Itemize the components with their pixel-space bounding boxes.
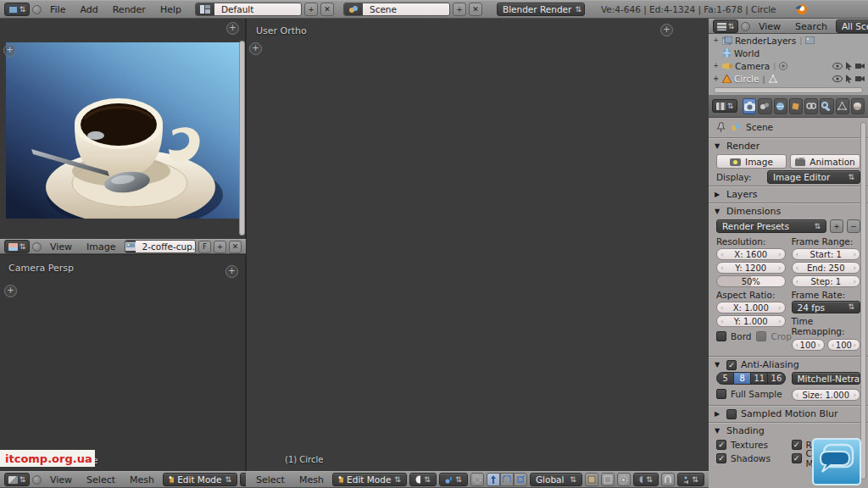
layers-widget[interactable] xyxy=(585,473,598,486)
delete-layout-button[interactable]: ✕ xyxy=(320,3,334,16)
full-sample-checkbox[interactable] xyxy=(716,389,726,399)
tab-modifiers[interactable] xyxy=(820,98,833,114)
screen-layout-selector[interactable]: Default xyxy=(195,3,302,16)
antialiasing-panel-header[interactable]: ▼✓ Anti-Aliasing xyxy=(709,358,868,372)
aspect-y-field[interactable]: ‹Y: 1.000› xyxy=(716,315,786,327)
render-engine-dropdown[interactable]: Blender Render⇅ xyxy=(497,3,585,16)
new-scene-button[interactable]: + xyxy=(453,3,466,16)
scene-selector[interactable]: Scene xyxy=(343,3,450,16)
remap-old-field[interactable]: ‹100› xyxy=(792,339,825,351)
properties-scrollbar[interactable] xyxy=(860,122,866,480)
translate-manipulator-toggle[interactable] xyxy=(487,473,500,486)
preview-corner-widget[interactable]: + xyxy=(4,285,17,297)
frame-end-field[interactable]: ‹End: 250› xyxy=(792,262,861,274)
menu-file[interactable]: File xyxy=(44,4,71,15)
tab-object-data[interactable] xyxy=(836,98,849,114)
aa-samples-5[interactable]: 5 xyxy=(716,372,734,385)
image-filename[interactable]: 2-coffe-cup.jpg xyxy=(136,241,196,252)
aa-samples-16[interactable]: 16 xyxy=(768,372,785,385)
image-collapse-menus-button[interactable] xyxy=(32,242,42,252)
preview-menu-view[interactable]: View xyxy=(44,474,78,485)
fake-user-button[interactable]: F xyxy=(198,241,211,253)
antialiasing-checkbox[interactable]: ✓ xyxy=(726,360,737,370)
tab-object[interactable] xyxy=(789,98,803,114)
screen-layout-name[interactable]: Default xyxy=(214,3,301,15)
viewport-corner-widget-right[interactable]: + xyxy=(660,24,673,36)
tab-scene[interactable] xyxy=(758,98,771,114)
new-layout-button[interactable]: + xyxy=(304,3,318,16)
pin-icon[interactable] xyxy=(716,122,726,132)
frame-rate-dropdown[interactable]: 24 fps⇅ xyxy=(792,301,861,313)
vp-mode-dropdown[interactable]: Edit Mode⇅ xyxy=(332,473,407,486)
delete-scene-button[interactable]: ✕ xyxy=(469,3,482,16)
add-preset-button[interactable]: + xyxy=(830,219,843,233)
remove-preset-button[interactable]: − xyxy=(847,219,860,233)
aspect-x-field[interactable]: ‹X: 1.000› xyxy=(716,302,786,313)
rotate-manipulator-toggle[interactable] xyxy=(500,473,514,486)
editor-type-image-dropdown[interactable]: ⇅ xyxy=(4,240,30,253)
frame-start-field[interactable]: ‹Start: 1› xyxy=(792,248,861,260)
snap-element-dropdown[interactable]: ⇅ xyxy=(677,473,704,486)
aa-size-field[interactable]: ‹Size: 1.000› xyxy=(792,389,861,401)
editor-type-outliner-dropdown[interactable]: ⇅ xyxy=(713,19,738,33)
vp-shading-dropdown[interactable]: ⇅ xyxy=(409,473,437,486)
motion-blur-panel-header[interactable]: ▶ Sampled Motion Blur xyxy=(709,407,868,421)
image-editor-scrollbar[interactable] xyxy=(239,41,245,236)
snap-mode-dropdown[interactable]: ⇅ xyxy=(633,473,659,486)
outliner-menu-search[interactable]: Search xyxy=(789,21,833,32)
render-presets-dropdown[interactable]: Render Presets⇅ xyxy=(716,219,826,233)
preview-collapse-menus-button[interactable] xyxy=(32,475,42,485)
scene-name[interactable]: Scene xyxy=(363,3,449,15)
shadows-checkbox[interactable]: ✓ xyxy=(716,453,726,463)
image-menu-view[interactable]: View xyxy=(44,241,78,252)
preview-menu-mesh[interactable]: Mesh xyxy=(124,474,160,485)
ray-tracing-checkbox[interactable]: ✓ xyxy=(792,440,802,450)
shading-panel-header[interactable]: ▼Shading xyxy=(709,424,868,438)
editor-type-properties-dropdown[interactable]: ⇅ xyxy=(712,99,737,113)
pivot-point-dropdown[interactable]: ⇅ xyxy=(439,473,468,486)
expand-icon[interactable]: + xyxy=(712,62,720,69)
motion-blur-checkbox[interactable] xyxy=(726,409,737,419)
crop-checkbox-row[interactable]: Crop xyxy=(756,330,792,343)
orientation-dropdown[interactable]: Global⇅ xyxy=(530,473,582,486)
color-management-checkbox[interactable]: ✓ xyxy=(792,453,802,463)
aa-samples-8[interactable]: 8 xyxy=(734,372,751,385)
snap-toggle[interactable] xyxy=(661,473,675,486)
outliner-item-renderlayers[interactable]: + RenderLayers| xyxy=(709,34,868,47)
outliner-item-world[interactable]: World xyxy=(709,47,868,59)
viewport-corner-widget[interactable]: + xyxy=(249,42,262,55)
textures-checkbox[interactable]: ✓ xyxy=(716,440,726,450)
viewport-canvas[interactable] xyxy=(246,19,709,471)
vp-menu-mesh[interactable]: Mesh xyxy=(293,474,330,485)
resolution-percentage-slider[interactable]: 50% xyxy=(716,275,786,287)
visibility-eye-icon[interactable] xyxy=(832,63,843,69)
scale-manipulator-toggle[interactable] xyxy=(514,473,527,486)
resolution-x-field[interactable]: ‹X: 1600› xyxy=(716,248,786,260)
tab-render[interactable] xyxy=(743,98,756,114)
resolution-y-field[interactable]: ‹Y: 1200› xyxy=(716,262,786,274)
tab-world[interactable] xyxy=(774,98,787,114)
menu-add[interactable]: Add xyxy=(74,4,103,15)
visibility-eye-icon[interactable] xyxy=(832,75,843,82)
image-region-corner-widget-right[interactable]: + xyxy=(226,22,239,35)
render-animation-button[interactable]: Animation xyxy=(790,154,860,169)
frame-step-field[interactable]: ‹Step: 1› xyxy=(792,275,861,287)
image-menu-image[interactable]: Image xyxy=(81,241,121,252)
textures-row[interactable]: ✓Textures xyxy=(716,438,786,452)
texture-space-widget[interactable] xyxy=(601,473,615,486)
outliner-item-circle[interactable]: + Circle| xyxy=(709,72,868,85)
border-checkbox-row[interactable]: Bord xyxy=(716,330,751,343)
menu-render[interactable]: Render xyxy=(107,4,152,15)
outliner-item-camera[interactable]: + Camera| xyxy=(709,59,868,72)
tab-material[interactable] xyxy=(851,98,865,114)
outliner-filter-dropdown[interactable]: All Scenes xyxy=(836,19,868,33)
display-dropdown[interactable]: Image Editor⇅ xyxy=(767,170,860,184)
remap-new-field[interactable]: ‹100› xyxy=(827,339,860,351)
preview-mode-dropdown[interactable]: Edit Mode⇅ xyxy=(163,473,237,486)
new-image-button[interactable]: + xyxy=(214,241,226,253)
dimensions-panel-header[interactable]: ▼Dimensions xyxy=(709,204,868,219)
layers-panel-header[interactable]: ▶Layers xyxy=(709,187,868,202)
full-sample-row[interactable]: Full Sample xyxy=(716,387,786,401)
renderability-camera-icon[interactable] xyxy=(855,75,865,82)
image-datablock-selector[interactable]: 2-coffe-cup.jpg xyxy=(125,240,196,253)
